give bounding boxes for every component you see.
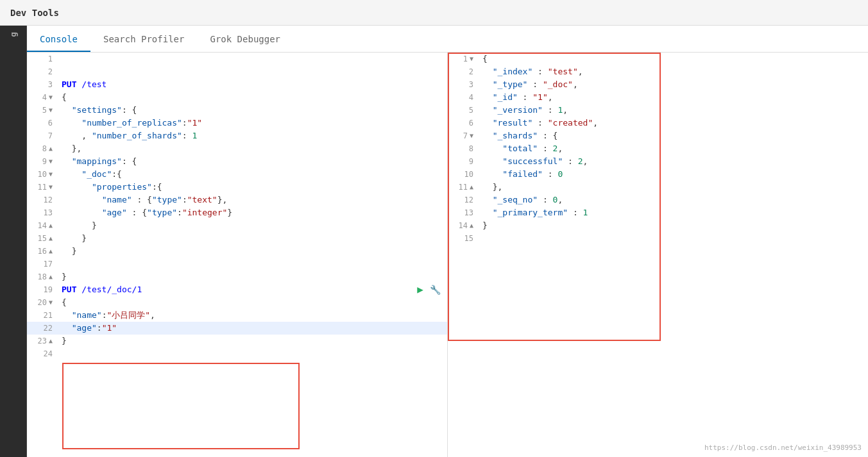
code-line-17: 17 [27,258,447,270]
right-code-line-14: 14 ▲ } [448,219,868,232]
code-line-6: 6 "number_of_replicas":"1" [27,117,447,129]
code-line-18: 18 ▲ } [27,270,447,283]
code-line-12: 12 "name" : {"type":"text"}, [27,194,447,206]
tab-search-profiler[interactable]: Search Profiler [90,28,197,52]
left-code-editor[interactable]: 1 2 3 PUT /test [27,53,447,457]
watermark: https://blog.csdn.net/weixin_43989953 [704,444,862,452]
code-line-16: 16 ▲ } [27,245,447,258]
app-title: Dev Tools [10,8,59,18]
settings-icon[interactable]: 🔧 [430,283,441,296]
tab-grok-debugger[interactable]: Grok Debugger [197,28,293,52]
play-icon[interactable]: ▶ [417,283,423,296]
code-line-24: 24 [27,347,447,360]
code-line-21: 21 "name":"小吕同学", [27,309,447,322]
panels-container: 1 2 3 PUT /test [27,53,868,457]
code-line-20: 20 ▼ { [27,296,447,309]
right-code-line-15: 15 [448,232,868,245]
right-code-line-6: 6 "result" : "created", [448,117,868,129]
tabs-bar: Console Search Profiler Grok Debugger [27,26,868,53]
app-container: Dev Tools g Console Search Profiler Grok… [0,0,868,457]
code-line-19: 19 PUT /test/_doc/1 ▶ 🔧 [27,283,447,296]
right-code-line-12: 12 "_seq_no" : 0, [448,194,868,206]
right-code-line-1: 1 ▼ { [448,53,868,65]
right-code-line-11: 11 ▲ }, [448,181,868,194]
right-code-line-9: 9 "successful" : 2, [448,155,868,168]
code-line-1: 1 [27,53,447,65]
code-line-11: 11 ▼ "properties":{ [27,181,447,194]
sidebar: g [0,26,27,457]
right-code-line-3: 3 "_type" : "_doc", [448,78,868,91]
main-layout: g Console Search Profiler Grok Debugger … [0,26,868,457]
content-area: Console Search Profiler Grok Debugger 1 [27,26,868,457]
code-line-10: 10 ▼ "_doc":{ [27,168,447,181]
right-code-line-8: 8 "total" : 2, [448,142,868,155]
right-code-line-10: 10 "failed" : 0 [448,168,868,181]
code-line-13: 13 "age" : {"type":"integer"} [27,206,447,219]
tab-console[interactable]: Console [27,28,90,52]
right-code-line-5: 5 "_version" : 1, [448,104,868,117]
code-line-22: 22 "age":"1" [27,322,447,335]
code-line-2: 2 [27,65,447,78]
code-line-3: 3 PUT /test [27,78,447,91]
right-code-line-7: 7 ▼ "_shards" : { [448,129,868,142]
right-code-editor[interactable]: 1 ▼ { 2 "_index" : "test", 3 "_type" : "… [448,53,868,457]
left-panel: 1 2 3 PUT /test [27,53,448,457]
right-code-line-2: 2 "_index" : "test", [448,65,868,78]
code-line-15: 15 ▲ } [27,232,447,245]
code-line-4: 4 ▼ { [27,91,447,104]
right-panel: 1 ▼ { 2 "_index" : "test", 3 "_type" : "… [448,53,868,457]
code-line-8: 8 ▲ }, [27,142,447,155]
right-code-line-13: 13 "_primary_term" : 1 [448,206,868,219]
code-line-14: 14 ▲ } [27,219,447,232]
sidebar-letter: g [8,31,18,37]
code-line-23: 23 ▲ } [27,335,447,347]
code-line-5: 5 ▼ "settings": { [27,104,447,117]
right-code-line-4: 4 "_id" : "1", [448,91,868,104]
code-line-7: 7 , "number_of_shards": 1 [27,129,447,142]
app-header: Dev Tools [0,0,868,26]
code-line-9: 9 ▼ "mappings": { [27,155,447,168]
